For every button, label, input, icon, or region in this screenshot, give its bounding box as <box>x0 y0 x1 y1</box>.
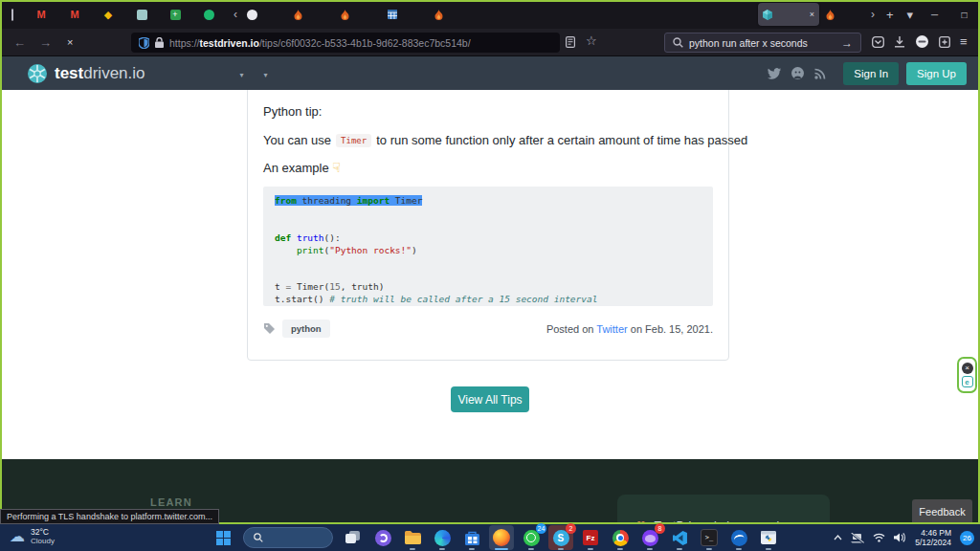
tab-prtsc[interactable] <box>242 3 287 26</box>
screen-capture-widget: × e <box>957 357 977 393</box>
code-line: t.start() # truth will be called after a… <box>275 294 702 306</box>
vscode-icon <box>672 531 686 545</box>
code-block[interactable]: from threading import Timer def truth():… <box>263 187 713 306</box>
url-path: /tips/c6f0032c-b533-4b1b-9d62-883ec7bc51… <box>259 37 471 49</box>
search-input[interactable]: python run after x seconds <box>689 37 835 49</box>
window-maximize-button[interactable]: □ <box>949 1 979 28</box>
view-all-tips-button[interactable]: View All Tips <box>451 386 529 412</box>
site-logo[interactable]: testdriven.io <box>27 63 145 84</box>
window-minimize-button[interactable]: ─ <box>920 1 949 28</box>
taskbar-firefox[interactable] <box>489 525 514 550</box>
github-icon[interactable] <box>791 67 804 79</box>
posted-on-text: Posted on Twitter on Feb. 15, 2021. <box>546 323 713 335</box>
tab-edit-post[interactable] <box>664 3 709 26</box>
downloads-icon[interactable] <box>894 36 905 48</box>
start-icon <box>215 531 230 545</box>
weather-widget[interactable]: ☁ 32°C Cloudy <box>10 527 55 545</box>
lock-icon[interactable] <box>155 37 164 48</box>
tab-posts-em[interactable] <box>617 3 662 26</box>
bookmark-star-icon[interactable]: ☆ <box>586 33 597 48</box>
pinned-tab-app-teal-3[interactable] <box>131 4 152 25</box>
sign-up-button[interactable]: Sign Up <box>906 62 967 85</box>
tracking-shield-icon[interactable] <box>139 37 149 49</box>
taskbar-edge[interactable] <box>430 525 455 550</box>
taskbar-clipchamp[interactable] <box>370 525 395 550</box>
volume-icon[interactable] <box>894 533 906 542</box>
widget-extension-button[interactable]: e <box>962 376 973 387</box>
taskbar-search[interactable] <box>243 527 333 548</box>
tab-scroll-left-button[interactable]: ‹ <box>229 3 242 26</box>
site-brand-text: testdriven.io <box>55 64 145 83</box>
new-tab-button[interactable]: + <box>880 8 901 22</box>
tab-examp[interactable] <box>383 3 428 26</box>
stop-button[interactable]: × <box>67 36 73 48</box>
clock[interactable]: 4:46 PM 5/12/2024 <box>915 528 951 547</box>
pinned-tab-app-green-circle-5[interactable] <box>198 4 219 25</box>
taskbar-ms-store[interactable] <box>459 525 484 550</box>
search-go-arrow[interactable]: → <box>841 36 853 50</box>
pinned-tab-gmail-0[interactable]: M <box>31 4 52 25</box>
menu-icon[interactable]: ≡ <box>960 34 968 49</box>
notification-count-badge[interactable]: 26 <box>960 531 974 545</box>
pinned-tab-binance-2[interactable]: ◆ <box>98 4 119 25</box>
pinned-tab-gmail-1[interactable]: M <box>64 4 85 25</box>
pocket-icon[interactable] <box>872 36 884 48</box>
taskbar-file-explorer[interactable] <box>400 525 425 550</box>
running-indicator <box>617 548 623 550</box>
running-indicator <box>677 548 682 550</box>
list-all-tabs-button[interactable]: ▾ <box>901 8 921 22</box>
taskbar-filezilla[interactable]: Fz <box>578 525 603 550</box>
gmail-icon: M <box>36 9 45 20</box>
tab-how-d[interactable] <box>430 3 475 26</box>
taskbar-monkey[interactable]: 8 <box>637 525 662 550</box>
taskbar-start[interactable] <box>211 525 235 550</box>
tab-close-icon[interactable]: × <box>810 10 814 19</box>
widget-close-button[interactable]: × <box>962 363 973 374</box>
reader-mode-icon[interactable] <box>566 36 575 48</box>
muted-device-icon[interactable] <box>851 533 864 543</box>
tab-2024-05-1[interactable] <box>711 3 756 26</box>
testdriven-logo-icon <box>27 63 48 84</box>
tab-how-t[interactable] <box>289 3 334 26</box>
flame-icon <box>434 10 443 20</box>
app-green-circle-icon <box>204 10 214 20</box>
taskbar-whatsapp[interactable]: 24 <box>519 525 544 550</box>
hidden-icons-chevron[interactable] <box>834 535 842 540</box>
selected-code-text: from threading import Timer <box>275 195 422 206</box>
firefox-view-button[interactable] <box>11 9 13 21</box>
wifi-icon[interactable] <box>873 533 885 542</box>
tab-scroll-right-button[interactable]: › <box>866 3 880 26</box>
footer-proud-box: ♥ TestDriven.io is a proud <box>617 495 830 524</box>
forward-button[interactable]: → <box>39 35 52 50</box>
tag-python-badge[interactable]: python <box>282 320 330 338</box>
search-bar[interactable]: python run after x seconds → <box>664 33 861 53</box>
tab-is-the[interactable] <box>821 3 866 26</box>
tab-posts-em[interactable] <box>523 3 568 26</box>
taskbar-python-app[interactable] <box>756 525 781 550</box>
feedback-button[interactable]: Feedback <box>912 499 972 524</box>
pinned-tabs: MM◆+ <box>31 4 219 25</box>
extension-icon[interactable] <box>939 36 950 48</box>
tab-users-em[interactable] <box>570 3 615 26</box>
twitter-icon[interactable] <box>768 68 781 79</box>
taskbar-task-view[interactable] <box>341 525 366 550</box>
rss-icon[interactable] <box>814 68 826 79</box>
pinned-tab-sheets-green-4[interactable]: + <box>165 4 186 25</box>
nav-link-more[interactable]: ▾ <box>261 67 268 80</box>
sign-in-button[interactable]: Sign In <box>843 62 899 85</box>
tab-edit-user-a[interactable] <box>477 3 522 26</box>
taskbar-skype[interactable]: S2 <box>548 525 573 550</box>
twitter-link[interactable]: Twitter <box>596 323 627 335</box>
tab-tip[interactable]: × <box>758 3 819 26</box>
tab-fast-s[interactable] <box>336 3 381 26</box>
nav-link-guides[interactable]: ▾ <box>237 67 244 80</box>
taskbar-thunderbird[interactable] <box>726 525 751 550</box>
adblock-extension-icon[interactable] <box>916 35 928 48</box>
taskbar-terminal[interactable]: >_ <box>697 525 722 550</box>
back-button[interactable]: ← <box>13 35 26 50</box>
site-nav-links: ▾▾ <box>186 67 268 80</box>
taskbar-chrome[interactable] <box>608 525 633 550</box>
taskbar-vscode[interactable] <box>667 525 692 550</box>
url-domain: testdriven.io <box>200 37 259 49</box>
url-bar[interactable]: https://testdriven.io/tips/c6f0032c-b533… <box>131 33 560 53</box>
